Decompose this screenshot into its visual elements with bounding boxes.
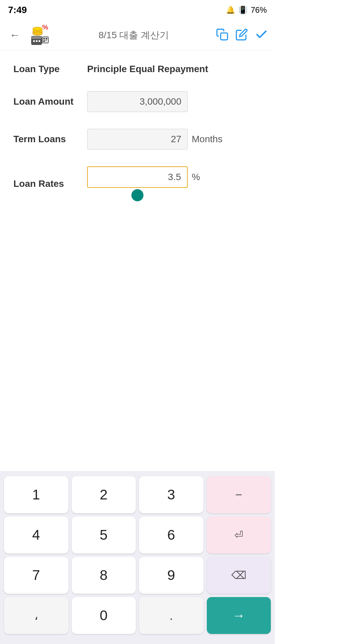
loan-type-label: Loan Type: [13, 64, 87, 74]
key-6[interactable]: 6: [139, 517, 203, 553]
loan-rates-row: Loan Rates %: [13, 166, 261, 201]
svg-rect-13: [46, 38, 47, 40]
app-icon: %: [28, 23, 52, 47]
key-5[interactable]: 5: [72, 517, 136, 553]
svg-rect-9: [36, 40, 38, 42]
term-loans-label: Term Loans: [13, 134, 87, 145]
key-،[interactable]: ،: [4, 597, 68, 634]
loan-amount-label: Loan Amount: [13, 96, 87, 107]
key-backspace[interactable]: ⌫: [207, 557, 271, 594]
status-bar: 7:49 🔔 📳 76%: [0, 0, 275, 20]
svg-rect-11: [42, 37, 48, 43]
nav-title: 8/15 대출 계산기: [57, 29, 210, 42]
loan-type-row: Loan Type Principle Equal Repayment: [13, 64, 261, 74]
loan-rates-label: Loan Rates: [13, 178, 87, 189]
edit-button[interactable]: [235, 28, 248, 42]
key-−[interactable]: −: [207, 476, 271, 513]
key-2[interactable]: 2: [72, 476, 136, 513]
nav-bar: ← % 8/15 대출 계산기: [0, 20, 275, 50]
key-8[interactable]: 8: [72, 557, 136, 594]
status-icons: 🔔 📳 76%: [226, 5, 267, 15]
nav-actions: [216, 28, 268, 43]
term-loans-input[interactable]: [87, 129, 188, 150]
confirm-button[interactable]: [255, 28, 268, 43]
main-content: Loan Type Principle Equal Repayment Loan…: [0, 50, 275, 471]
svg-rect-10: [39, 40, 40, 42]
term-loans-row: Term Loans Months: [13, 129, 261, 150]
svg-point-2: [33, 32, 42, 35]
loan-amount-row: Loan Amount: [13, 91, 261, 112]
status-time: 7:49: [8, 5, 27, 15]
notification-icon: 🔔: [226, 6, 235, 14]
svg-rect-15: [46, 40, 47, 41]
key-.[interactable]: .: [139, 597, 203, 634]
key-4[interactable]: 4: [4, 517, 68, 553]
key-tab[interactable]: ⏎: [207, 517, 271, 553]
form-section: Loan Type Principle Equal Repayment Loan…: [13, 64, 261, 201]
term-loans-unit: Months: [192, 134, 223, 145]
key-9[interactable]: 9: [139, 557, 203, 594]
svg-point-4: [33, 27, 42, 31]
svg-rect-16: [221, 33, 228, 40]
loan-rates-input[interactable]: [87, 166, 188, 188]
svg-rect-14: [43, 40, 45, 42]
back-button[interactable]: ←: [7, 26, 23, 44]
svg-rect-8: [33, 40, 35, 42]
copy-button[interactable]: [216, 28, 229, 42]
loan-amount-input[interactable]: [87, 91, 188, 112]
loan-type-value: Principle Equal Repayment: [87, 64, 208, 74]
key-enter[interactable]: →: [207, 597, 271, 634]
keyboard: 123−456⏎789⌫،0.→: [0, 471, 275, 644]
loan-rates-unit: %: [192, 172, 200, 182]
svg-rect-12: [43, 38, 45, 40]
battery-icon: 76%: [251, 5, 267, 15]
svg-text:%: %: [42, 23, 48, 31]
vibrate-icon: 📳: [238, 6, 247, 14]
svg-rect-7: [32, 36, 42, 39]
cursor-handle: [131, 189, 143, 201]
loan-rates-wrapper: [87, 166, 188, 201]
key-0[interactable]: 0: [72, 597, 136, 634]
key-1[interactable]: 1: [4, 476, 68, 513]
key-3[interactable]: 3: [139, 476, 203, 513]
key-7[interactable]: 7: [4, 557, 68, 594]
